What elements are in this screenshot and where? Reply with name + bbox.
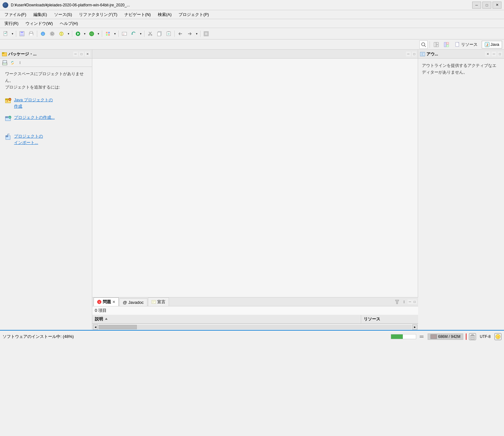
problem-icon: ! [97,300,102,304]
debug-run-dropdown-arrow[interactable]: ▾ [96,29,101,38]
svg-rect-85 [471,335,474,339]
next-edit-button[interactable] [185,29,194,38]
svg-text:J: J [123,32,124,36]
right-panel-maximize[interactable]: □ [498,52,502,56]
left-panel-maximize[interactable]: □ [79,52,84,56]
maximize-panel-button[interactable] [202,29,211,38]
scroll-right-button[interactable]: ► [412,325,417,330]
center-panel-maximize[interactable]: □ [412,52,416,56]
minimize-button[interactable]: ─ [472,2,481,9]
svg-marker-77 [395,300,399,304]
svg-text:J: J [6,100,8,103]
perspective-sep [430,41,430,48]
svg-rect-23 [106,32,108,33]
open-type-button[interactable]: J [120,29,129,38]
center-and-bottom: ─ □ ! 問題 ✕ @ Javadoc [92,50,418,330]
menu-run[interactable]: 実行(R) [1,19,22,28]
java-project-link[interactable]: J + Java プロジェクトの作成 [5,97,87,109]
svg-text:J: J [486,43,488,47]
memory-indicator[interactable]: 686M / 942M [428,333,463,340]
cut-button[interactable] [146,29,155,38]
center-panel-header: ─ □ [92,50,418,59]
menu-project[interactable]: プロジェクト(P) [175,11,212,19]
refresh-dropdown-arrow[interactable]: ▾ [138,29,143,38]
encoding-label[interactable]: UTF-8 [479,334,492,339]
run-button[interactable] [74,29,82,38]
menu-file[interactable]: ファイル(F) [1,11,30,19]
left-panel-minimize[interactable]: ─ [73,52,78,56]
menu-bar-1: ファイル(F) 編集(E) ソース(S) リファクタリング(T) ナビゲート(N… [0,10,504,19]
progress-details-button[interactable] [418,333,425,340]
open-perspective-button[interactable] [442,40,451,49]
tab-problems[interactable]: ! 問題 ✕ [94,297,119,306]
maximize-button[interactable]: □ [482,2,491,9]
bottom-panel-maximize[interactable]: □ [412,299,417,304]
scroll-area: ◄ ► [92,324,418,330]
menu-search[interactable]: 検索(A) [155,11,175,19]
save-button[interactable] [18,29,26,38]
left-panel-close[interactable]: ✕ [85,52,90,56]
scroll-left-button[interactable]: ◄ [93,325,98,330]
scroll-track[interactable] [99,325,412,329]
scroll-thumb[interactable] [99,325,137,329]
bottom-view-menu[interactable]: ⁝ [401,298,408,305]
progress-bar-container [391,334,416,339]
debug-run-button[interactable] [87,29,96,38]
tab-problems-close[interactable]: ✕ [112,300,115,304]
svg-marker-29 [131,33,133,35]
new-dropdown-arrow[interactable]: ▾ [10,29,15,38]
bottom-panel-minimize[interactable]: ─ [408,299,412,304]
right-panel-close[interactable]: ✕ [485,52,490,56]
perspective-java[interactable]: J Java [482,41,502,48]
trash-button[interactable] [469,333,476,340]
menu-window[interactable]: ウィンドウ(W) [22,19,56,28]
perspective-bar: リソース J Java [0,39,504,50]
right-panel-minimize[interactable]: ─ [492,52,496,56]
menu-source[interactable]: ソース(S) [51,11,75,19]
toolbar-sep-7 [174,31,175,37]
refresh-button[interactable] [129,29,138,38]
properties-button[interactable]: i [38,29,47,38]
menu-bar-2: 実行(R) ウィンドウ(W) ヘルプ(H) [0,19,504,28]
notification-icon[interactable]: ! [494,333,501,340]
svg-rect-43 [205,32,208,35]
import-project-link[interactable]: プロジェクトのインポート... [5,133,87,146]
filter-button[interactable] [394,298,401,305]
create-project-link-text[interactable]: プロジェクトの作成... [14,114,55,121]
perspective-layout-button[interactable] [432,40,441,49]
link-editor-button[interactable] [9,59,16,66]
external-tools-dropdown-arrow[interactable]: ▾ [113,29,117,38]
prev-edit-button[interactable] [176,29,185,38]
search-button[interactable] [419,40,428,49]
menu-navigate[interactable]: ナビゲート(N) [121,11,154,19]
perspective-resource-label: リソース [461,42,478,47]
settings-button[interactable] [48,29,57,38]
print-button[interactable] [27,29,36,38]
close-button[interactable]: ✕ [493,2,501,9]
center-panel-minimize[interactable]: ─ [406,52,411,56]
perspective-resource[interactable]: リソース [452,40,480,49]
settings-dropdown-arrow[interactable]: ▾ [66,29,71,38]
collapse-all-button[interactable] [1,59,8,66]
debug-run-group: ▾ [87,29,101,38]
run-dropdown-arrow[interactable]: ▾ [82,29,87,38]
menu-help[interactable]: ヘルプ(H) [57,19,81,28]
paste-button[interactable] [164,29,173,38]
copy-button[interactable] [155,29,164,38]
view-menu-button[interactable]: ⁝ [17,59,24,66]
debug-button[interactable] [57,29,66,38]
menu-refactor[interactable]: リファクタリング(T) [76,11,121,19]
tab-javadoc[interactable]: @ Javadoc [119,298,147,306]
create-project-link[interactable]: + プロジェクトの作成... [5,114,87,121]
nav-dropdown-arrow[interactable]: ▾ [194,29,199,38]
app-icon [3,2,8,8]
tab-declaration[interactable]: 宣言 [148,297,169,306]
import-project-link-text[interactable]: プロジェクトのインポート... [14,133,43,146]
java-project-link-text[interactable]: Java プロジェクトの作成 [14,97,53,109]
menu-edit[interactable]: 編集(E) [30,11,50,19]
toolbar-sep-8 [200,31,200,37]
svg-rect-66 [5,117,8,118]
new-button[interactable] [1,29,10,38]
external-tools-button[interactable] [103,29,112,38]
svg-text:+: + [9,98,10,101]
